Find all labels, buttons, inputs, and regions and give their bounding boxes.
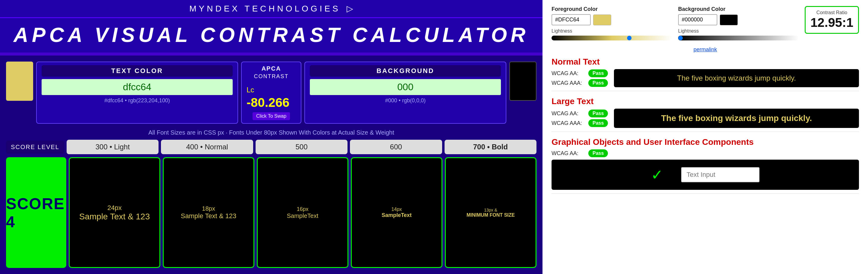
fg-color-group: Foreground Color Lightness [552,6,672,40]
text-input-demo[interactable] [681,167,760,182]
normal-wcag-aa-label: WCAG AA: [552,70,585,77]
font-notice: All Font Sizes are in CSS px · Fonts Und… [0,127,542,140]
apca-number: -80.266 [247,95,289,110]
normal-text-title: Normal Text [552,57,859,67]
apca-value: Lc -80.266 [247,81,296,110]
apca-label2: CONTRAST [254,73,289,80]
normal-wcag-aaa-row: WCAG AAA: Pass [552,79,608,87]
background-label: BACKGROUND [310,65,501,77]
sample-text-16: SampleText [287,213,318,219]
score-level-label: SCORE LEVEL [6,141,64,154]
large-wcag-aa-label: WCAG AA: [552,110,585,117]
sample-text-24: Sample Text & 123 [79,212,150,221]
sample-card-24[interactable]: 24px Sample Text & 123 [69,157,160,268]
normal-demo-text: The five boxing wizards jump quickly. [677,74,796,82]
bg-hex-input[interactable] [678,14,717,25]
graphical-wcag-aa-label: WCAG AA: [552,150,585,157]
permalink[interactable]: permalink [552,47,859,53]
graphical-wcag-aa-badge: Pass [588,149,608,157]
fg-color-preview [593,15,611,25]
large-text-title: Large Text [552,97,859,106]
bg-lightness-slider[interactable] [678,36,799,40]
contrast-ratio-label: Contrast Ratio [810,10,853,16]
sample-card-16[interactable]: 16px SampleText [257,157,348,268]
sample-text-18: Sample Text & 123 [181,212,236,220]
sample-text-13: MINIMUM FONT SIZE [467,213,515,218]
apca-swap-button[interactable]: Click To Swap [253,112,290,120]
sample-card-14[interactable]: 14px SampleText [351,157,442,268]
sample-size-24: 24px [107,204,122,212]
sample-size-16: 16px [297,206,308,213]
weight-500[interactable]: 500 [255,140,347,154]
text-color-info: #dfcc64 • rgb(223,204,100) [104,98,170,104]
main-title-section: APCA VISUAL CONTRAST CALCULATOR [0,17,542,53]
fg-lightness-slider[interactable] [552,36,672,40]
normal-wcag-aa-row: WCAG AA: Pass [552,70,608,77]
graphical-wcag-aa-row: WCAG AA: Pass [552,149,859,157]
text-color-input[interactable]: dfcc64 [41,79,233,95]
weight-300[interactable]: 300 • Light [67,140,158,154]
large-wcag-aa-badge: Pass [588,110,608,117]
normal-wcag-aaa-label: WCAG AAA: [552,80,585,86]
large-wcag-aa-row: WCAG AA: Pass [552,110,608,117]
divider [0,53,542,56]
large-demo-text: The five boxing wizards jump quickly. [661,113,812,123]
weight-600[interactable]: 600 [350,140,442,154]
background-info: #000 • rgb(0,0,0) [385,98,426,104]
weight-700[interactable]: 700 • Bold [444,140,536,154]
weight-400[interactable]: 400 • Normal [161,140,253,154]
page-title: APCA VISUAL CONTRAST CALCULATOR [6,23,536,47]
bg-color-preview [720,15,738,25]
graphical-title: Graphical Objects and User Interface Com… [552,137,859,147]
graphical-section: Graphical Objects and User Interface Com… [552,133,859,194]
sample-row: SCORE 4 24px Sample Text & 123 18px Samp… [0,157,542,274]
sample-card-18[interactable]: 18px Sample Text & 123 [163,157,254,268]
fg-lightness-label: Lightness [552,28,672,34]
sample-text-14: SampleText [381,212,412,218]
normal-wcag-aa-badge: Pass [588,70,608,77]
apca-label1: APCA [261,65,281,72]
background-input[interactable]: 000 [310,79,501,95]
apca-box: APCA CONTRAST Lc -80.266 Click To Swap [241,61,301,124]
score-badge-text: SCORE 4 [6,195,66,231]
score-badge: SCORE 4 [6,157,66,268]
sample-size-13: 13px & [484,208,497,213]
normal-wcag-badges: WCAG AA: Pass WCAG AAA: Pass [552,70,608,87]
sample-size-18: 18px [202,205,215,212]
normal-text-section: Normal Text WCAG AA: Pass WCAG AAA: Pass… [552,53,859,91]
bg-lightness-label: Lightness [678,28,799,34]
background-box: BACKGROUND 000 #000 • rgb(0,0,0) [304,61,506,124]
text-color-label: TEXT COLOR [41,65,233,77]
left-panel: MYNDEX TECHNOLOGIES ▷ APCA VISUAL CONTRA… [0,0,542,274]
graphical-demo-box: ✓ [552,160,859,190]
normal-demo-box: The five boxing wizards jump quickly. [614,69,859,87]
contrast-ratio-value: 12.95:1 [810,16,853,30]
large-wcag-aaa-row: WCAG AAA: Pass [552,119,608,127]
sample-size-14: 14px [392,207,402,212]
background-color-swatch [509,61,536,101]
app-title: MYNDEX TECHNOLOGIES [189,4,341,13]
bg-color-label: Background Color [678,6,799,12]
apca-lc-label: Lc [247,86,254,94]
fg-input-row [552,14,672,25]
large-demo-box: The five boxing wizards jump quickly. [614,109,859,128]
fg-hex-input[interactable] [552,14,591,25]
text-color-swatch [6,61,33,101]
bg-input-row [678,14,799,25]
color-inputs-row: Foreground Color Lightness Background Co… [552,6,859,40]
large-text-section: Large Text WCAG AA: Pass WCAG AAA: Pass … [552,92,859,132]
score-row: SCORE LEVEL 300 • Light 400 • Normal 500… [0,140,542,154]
large-wcag-aaa-label: WCAG AAA: [552,120,585,127]
text-color-box: TEXT COLOR dfcc64 #dfcc64 • rgb(223,204,… [36,61,238,124]
checkmark-icon: ✓ [651,166,663,183]
controls-row: TEXT COLOR dfcc64 #dfcc64 • rgb(223,204,… [0,56,542,127]
sample-card-13[interactable]: 13px & MINIMUM FONT SIZE [445,157,536,268]
right-panel: Foreground Color Lightness Background Co… [542,0,868,274]
contrast-ratio-box: Contrast Ratio 12.95:1 [805,6,859,34]
fg-color-label: Foreground Color [552,6,672,12]
large-wcag-aaa-badge: Pass [588,119,608,127]
top-bar: MYNDEX TECHNOLOGIES ▷ [0,0,542,17]
bg-color-group: Background Color Lightness [678,6,799,40]
normal-wcag-aaa-badge: Pass [588,79,608,87]
arrow-icon: ▷ [347,4,353,13]
